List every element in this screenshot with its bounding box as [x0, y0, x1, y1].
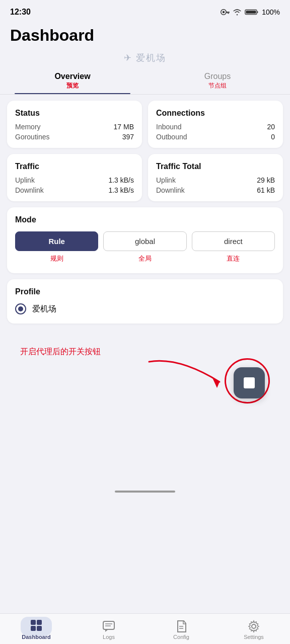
svg-point-1	[223, 11, 225, 14]
tab-groups[interactable]: Groups 节点组	[145, 66, 290, 94]
profile-name: 爱机场	[32, 304, 56, 314]
nav-logs[interactable]: Logs	[72, 618, 145, 642]
nav-config-label: Config	[173, 634, 189, 640]
mode-direct-cn: 直连	[192, 254, 275, 263]
profile-item[interactable]: 爱机场	[15, 303, 275, 314]
nav-config[interactable]: Config	[145, 618, 218, 642]
traffic-total-uplink-value: 29 kB	[257, 176, 275, 184]
svg-rect-2	[226, 12, 230, 13]
mode-card-title: Mode	[15, 215, 275, 224]
svg-rect-11	[31, 626, 36, 631]
settings-icon	[247, 620, 260, 633]
traffic-downlink-row: Downlink 1.3 kB/s	[15, 186, 134, 194]
home-indicator	[115, 491, 175, 493]
cards-row-2: Traffic Uplink 1.3 kB/s Downlink 1.3 kB/…	[7, 154, 283, 201]
main-content: Status Memory 17 MB Goroutines 397 Conne…	[0, 95, 290, 337]
profile-card-title: Profile	[15, 287, 275, 296]
nav-settings[interactable]: Settings	[218, 618, 290, 642]
status-bar: 12:30 100%	[0, 0, 290, 22]
settings-gear-icon	[247, 620, 260, 633]
mode-buttons: Rule global direct	[15, 231, 275, 251]
status-goroutines-value: 397	[122, 133, 134, 141]
svg-point-18	[252, 624, 256, 628]
status-memory-label: Memory	[15, 123, 41, 131]
connections-inbound-row: Inbound 20	[156, 123, 275, 131]
vpn-icon	[221, 9, 230, 16]
mode-labels-cn: 规则 全局 直连	[15, 254, 275, 263]
traffic-downlink-value: 1.3 kB/s	[108, 186, 134, 194]
status-goroutines-label: Goroutines	[15, 133, 49, 141]
bottom-nav: Dashboard Logs Config	[0, 613, 290, 644]
nav-dashboard-label: Dashboard	[22, 634, 50, 640]
traffic-uplink-row: Uplink 1.3 kB/s	[15, 176, 134, 184]
cards-row-1: Status Memory 17 MB Goroutines 397 Conne…	[7, 101, 283, 148]
connections-outbound-value: 0	[271, 133, 275, 141]
status-icons: 100%	[221, 8, 280, 16]
connections-card-title: Connections	[156, 109, 275, 118]
dashboard-icon	[30, 620, 43, 633]
svg-rect-4	[227, 13, 228, 14]
status-goroutines-row: Goroutines 397	[15, 133, 134, 141]
status-memory-row: Memory 17 MB	[15, 123, 134, 131]
traffic-total-downlink-label: Downlink	[156, 186, 185, 194]
connections-inbound-value: 20	[267, 123, 275, 131]
tab-bar: Overview 预览 Groups 节点组	[0, 66, 290, 95]
mode-card: Mode Rule global direct 规则 全局 直连	[7, 207, 283, 273]
profile-card: Profile 爱机场	[7, 279, 283, 324]
stop-icon	[244, 377, 255, 388]
traffic-total-uplink-label: Uplink	[156, 176, 176, 184]
traffic-card-title: Traffic	[15, 162, 134, 171]
header: Dashboard	[0, 22, 290, 50]
wifi-icon	[233, 9, 242, 16]
status-card-title: Status	[15, 109, 134, 118]
tab-overview-cn: 预览	[0, 82, 145, 90]
svg-rect-12	[37, 626, 42, 631]
status-card: Status Memory 17 MB Goroutines 397	[7, 101, 142, 148]
dashboard-grid-icon	[30, 619, 43, 632]
mode-direct-button[interactable]: direct	[192, 231, 275, 251]
tab-overview[interactable]: Overview 预览	[0, 66, 145, 94]
connections-outbound-label: Outbound	[156, 133, 187, 141]
tab-overview-label: Overview	[0, 72, 145, 81]
battery-icon	[245, 9, 259, 16]
config-file-icon	[175, 620, 188, 633]
traffic-uplink-label: Uplink	[15, 176, 35, 184]
traffic-card: Traffic Uplink 1.3 kB/s Downlink 1.3 kB/…	[7, 154, 142, 201]
nav-settings-label: Settings	[244, 634, 264, 640]
traffic-total-downlink-value: 61 kB	[257, 186, 275, 194]
traffic-total-downlink-row: Downlink 61 kB	[156, 186, 275, 194]
connections-inbound-label: Inbound	[156, 123, 182, 131]
traffic-total-card-title: Traffic Total	[156, 162, 275, 171]
mode-rule-button[interactable]: Rule	[15, 231, 98, 251]
svg-rect-3	[228, 13, 229, 14]
profile-radio-icon	[15, 303, 26, 314]
svg-rect-13	[103, 621, 114, 629]
tab-groups-cn: 节点组	[145, 82, 290, 90]
connections-outbound-row: Outbound 0	[156, 133, 275, 141]
status-memory-value: 17 MB	[114, 123, 134, 131]
svg-rect-6	[257, 11, 258, 13]
watermark: ✈ 爱机场	[0, 50, 290, 66]
svg-rect-9	[31, 620, 36, 625]
battery-percentage: 100%	[262, 8, 280, 16]
mode-global-button[interactable]: global	[103, 231, 186, 251]
fab-stop-button[interactable]	[234, 367, 265, 398]
svg-rect-10	[37, 620, 42, 625]
traffic-total-card: Traffic Total Uplink 29 kB Downlink 61 k…	[148, 154, 283, 201]
logs-icon	[102, 620, 115, 633]
page-title: Dashboard	[10, 26, 280, 45]
radio-inner	[18, 306, 23, 311]
mode-rule-cn: 规则	[15, 254, 98, 263]
nav-dashboard[interactable]: Dashboard	[0, 618, 72, 642]
nav-logs-label: Logs	[103, 634, 115, 640]
status-time: 12:30	[10, 8, 31, 17]
tab-groups-label: Groups	[145, 72, 290, 81]
traffic-downlink-label: Downlink	[15, 186, 44, 194]
annotation-area: 开启代理后的开关按钮	[0, 337, 290, 427]
config-icon	[175, 620, 188, 633]
mode-global-cn: 全局	[103, 254, 186, 263]
connections-card: Connections Inbound 20 Outbound 0	[148, 101, 283, 148]
traffic-total-uplink-row: Uplink 29 kB	[156, 176, 275, 184]
traffic-uplink-value: 1.3 kB/s	[108, 176, 134, 184]
logs-chat-icon	[102, 620, 115, 633]
